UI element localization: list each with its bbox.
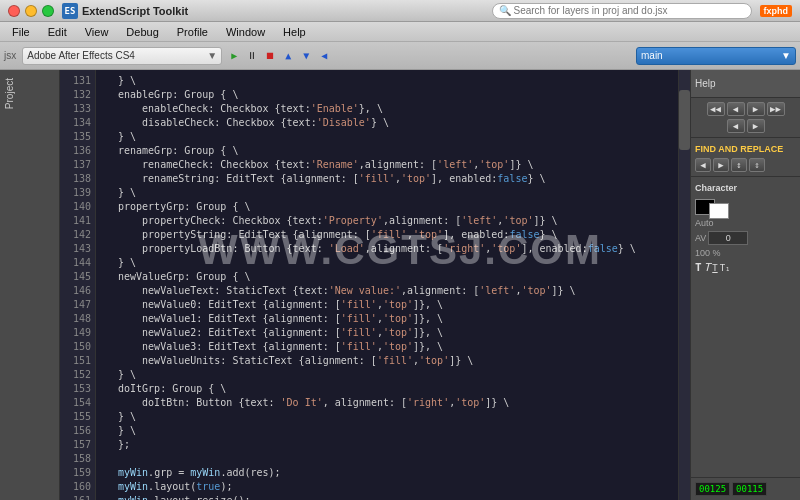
auto-label: Auto [695, 218, 714, 228]
no-breakpoint [104, 88, 114, 102]
no-breakpoint [104, 452, 114, 466]
maximize-button[interactable] [42, 5, 54, 17]
menu-edit[interactable]: Edit [40, 22, 75, 42]
menu-view[interactable]: View [77, 22, 117, 42]
step-over-button[interactable]: ▲ [280, 48, 296, 64]
function-dropdown[interactable]: main ▼ [636, 47, 796, 65]
line-number: 132 [60, 88, 91, 102]
find-replace-section: FIND AND REPLACE ◀ ▶ ↕ ⇕ [691, 138, 800, 177]
no-breakpoint [104, 144, 114, 158]
nav-up-button[interactable]: ◀ [727, 119, 745, 133]
character-controls: Auto AV 100 % T T T T₁ [695, 195, 796, 278]
no-breakpoint [104, 326, 114, 340]
code-text: } \ [118, 424, 670, 438]
char-style-row: T T T T₁ [695, 261, 796, 274]
code-text: newValue1: EditText {alignment: ['fill',… [118, 312, 670, 326]
nav-prev-button[interactable]: ◀ [727, 102, 745, 116]
fr-replace-all-button[interactable]: ⇕ [749, 158, 765, 172]
pause-button[interactable]: ⏸ [244, 48, 260, 64]
code-text: newValueUnits: StaticText {alignment: ['… [118, 354, 670, 368]
nav-row-2: ◀ ▶ [727, 119, 765, 133]
stop-button[interactable]: ⏹ [262, 48, 278, 64]
nav-down-button[interactable]: ▶ [747, 119, 765, 133]
code-line: myWin.grp = myWin.add(res); [104, 466, 670, 480]
line-number: 157 [60, 438, 91, 452]
right-panel-header: Help [691, 70, 800, 98]
toolbar: jsx Adobe After Effects CS4 ▼ ▶ ⏸ ⏹ ▲ ▼ … [0, 42, 800, 70]
code-line: newValue3: EditText {alignment: ['fill',… [104, 340, 670, 354]
code-text [118, 452, 670, 466]
search-icon: 🔍 [499, 5, 511, 16]
line-number: 161 [60, 494, 91, 500]
no-breakpoint [104, 102, 114, 116]
no-breakpoint [104, 298, 114, 312]
fr-replace-button[interactable]: ↕ [731, 158, 747, 172]
line-number: 144 [60, 256, 91, 270]
step-back-button[interactable]: ◀ [316, 48, 332, 64]
no-breakpoint [104, 186, 114, 200]
menu-debug[interactable]: Debug [118, 22, 166, 42]
code-content[interactable]: } \ enableGrp: Group { \ enableCheck: Ch… [96, 70, 678, 500]
code-area: 1311321331341351361371381391401411421431… [60, 70, 690, 500]
code-text: renameGrp: Group { \ [118, 144, 670, 158]
code-line: propertyCheck: Checkbox {text:'Property'… [104, 214, 670, 228]
nav-last-button[interactable]: ▶▶ [767, 102, 785, 116]
code-line: }; [104, 438, 670, 452]
fr-prev-button[interactable]: ◀ [695, 158, 711, 172]
search-input[interactable] [514, 5, 745, 16]
no-breakpoint [104, 354, 114, 368]
char-font-row: Auto [695, 218, 796, 228]
code-text: enableGrp: Group { \ [118, 88, 670, 102]
fr-next-button[interactable]: ▶ [713, 158, 729, 172]
nav-controls: ◀◀ ◀ ▶ ▶▶ ◀ ▶ [691, 98, 800, 138]
char-av-row: AV [695, 231, 796, 245]
nav-next-button[interactable]: ▶ [747, 102, 765, 116]
t-bold-label: T [695, 261, 702, 274]
no-breakpoint [104, 368, 114, 382]
code-line: myWin.layout(true); [104, 480, 670, 494]
no-breakpoint [104, 494, 114, 500]
minimize-button[interactable] [25, 5, 37, 17]
close-button[interactable] [8, 5, 20, 17]
scrollbar-thumb[interactable] [679, 90, 690, 150]
line-number: 156 [60, 424, 91, 438]
search-bar[interactable]: 🔍 [492, 3, 752, 19]
av-input[interactable] [708, 231, 748, 245]
code-line: newValueUnits: StaticText {alignment: ['… [104, 354, 670, 368]
line-number: 137 [60, 158, 91, 172]
code-text: propertyCheck: Checkbox {text:'Property'… [118, 214, 670, 228]
menu-help[interactable]: Help [275, 22, 314, 42]
code-text: enableCheck: Checkbox {text:'Enable'}, \ [118, 102, 670, 116]
function-dropdown-arrow-icon: ▼ [781, 50, 791, 61]
project-dropdown[interactable]: Adobe After Effects CS4 ▼ [22, 47, 222, 65]
menu-file[interactable]: File [4, 22, 38, 42]
code-line: propertyLoadBtn: Button {text: 'Load',al… [104, 242, 670, 256]
code-line: } \ [104, 130, 670, 144]
code-text: myWin.layout.resize(); [118, 494, 670, 500]
play-button[interactable]: ▶ [226, 48, 242, 64]
line-number: 145 [60, 270, 91, 284]
code-text: propertyString: EditText {alignment: ['f… [118, 228, 670, 242]
code-text: disableCheck: Checkbox {text:'Disable'} … [118, 116, 670, 130]
code-line: renameCheck: Checkbox {text:'Rename',ali… [104, 158, 670, 172]
no-breakpoint [104, 270, 114, 284]
editor-scrollbar[interactable] [678, 70, 690, 500]
line-number: 155 [60, 410, 91, 424]
background-color-swatch[interactable] [709, 203, 729, 219]
find-replace-nav: ◀ ▶ ↕ ⇕ [695, 158, 796, 172]
menu-window[interactable]: Window [218, 22, 273, 42]
play-controls: ▶ ⏸ ⏹ ▲ ▼ ◀ [226, 48, 332, 64]
line-number: 151 [60, 354, 91, 368]
step-into-button[interactable]: ▼ [298, 48, 314, 64]
code-text: }; [118, 438, 670, 452]
code-line: enableGrp: Group { \ [104, 88, 670, 102]
character-panel-label: Character [695, 181, 796, 195]
code-line: } \ [104, 256, 670, 270]
code-line: newValueText: StaticText {text:'New valu… [104, 284, 670, 298]
line-number: 140 [60, 200, 91, 214]
nav-first-button[interactable]: ◀◀ [707, 102, 725, 116]
line-number: 131 [60, 74, 91, 88]
code-line: propertyGrp: Group { \ [104, 200, 670, 214]
code-line: newValueGrp: Group { \ [104, 270, 670, 284]
menu-profile[interactable]: Profile [169, 22, 216, 42]
